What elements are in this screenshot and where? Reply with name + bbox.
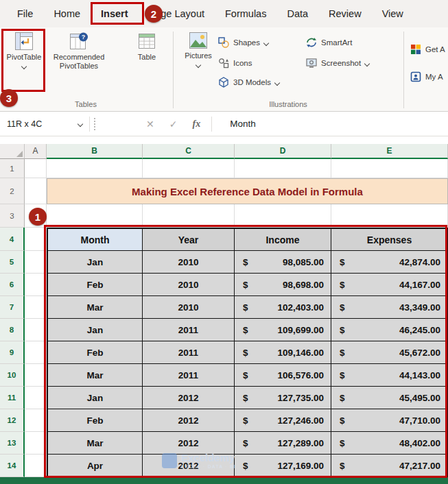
tab-file[interactable]: File — [7, 0, 43, 27]
cell-D3[interactable] — [235, 204, 331, 228]
column-header-C[interactable]: C — [143, 144, 235, 159]
cell-A14[interactable] — [25, 455, 47, 477]
row-header-4[interactable]: 4 — [0, 228, 25, 251]
insert-function-icon[interactable]: fx — [192, 119, 200, 130]
cell-expenses-row9[interactable]: $45,672.00 — [331, 341, 448, 364]
3d-models-button[interactable]: 3D Models — [218, 77, 279, 88]
cell-expenses-row7[interactable]: $43,349.00 — [331, 296, 448, 319]
cell-month-row7[interactable]: Mar — [47, 296, 143, 319]
cell-expenses-row6[interactable]: $44,167.00 — [331, 274, 448, 296]
name-box[interactable]: 11R x 4C — [0, 112, 89, 136]
cell-month-row11[interactable]: Jan — [47, 387, 143, 409]
cell-expenses-row8[interactable]: $46,245.00 — [331, 319, 448, 341]
cell-month-row8[interactable]: Jan — [47, 319, 143, 341]
tab-data[interactable]: Data — [276, 0, 318, 27]
cell-income-row9[interactable]: $109,146.00 — [235, 341, 331, 364]
cell-income-row8[interactable]: $109,699.00 — [235, 319, 331, 341]
worksheet-title-cell[interactable]: Making Excel Reference Data Model in For… — [47, 178, 448, 204]
cell-expenses-row13[interactable]: $48,402.00 — [331, 432, 448, 455]
table-header-year[interactable]: Year — [143, 228, 235, 251]
table-header-income[interactable]: Income — [235, 228, 331, 251]
pictures-button[interactable]: Pictures — [178, 32, 218, 67]
column-header-E[interactable]: E — [331, 144, 448, 159]
tab-view[interactable]: View — [372, 0, 414, 27]
my-add-ins-button[interactable]: My A — [410, 71, 443, 82]
row-header-11[interactable]: 11 — [0, 387, 25, 409]
row-header-3[interactable]: 3 — [0, 204, 25, 228]
cell-income-row7[interactable]: $102,403.00 — [235, 296, 331, 319]
cell-E3[interactable] — [331, 204, 448, 228]
cell-expenses-row10[interactable]: $44,143.00 — [331, 364, 448, 387]
cell-year-row13[interactable]: 2012 — [143, 432, 235, 455]
cell-A13[interactable] — [25, 432, 47, 455]
cell-expenses-row11[interactable]: $45,495.00 — [331, 387, 448, 409]
cell-income-row5[interactable]: $98,085.00 — [235, 251, 331, 274]
name-box-resize-handle[interactable] — [94, 118, 97, 130]
cell-year-row14[interactable]: 2012 — [143, 455, 235, 477]
cell-month-row10[interactable]: Mar — [47, 364, 143, 387]
row-header-10[interactable]: 10 — [0, 364, 25, 387]
shapes-button[interactable]: Shapes — [218, 37, 268, 48]
cell-month-row5[interactable]: Jan — [47, 251, 143, 274]
row-header-6[interactable]: 6 — [0, 274, 25, 296]
row-header-8[interactable]: 8 — [0, 319, 25, 341]
cell-B1[interactable] — [47, 159, 143, 178]
cell-year-row7[interactable]: 2010 — [143, 296, 235, 319]
cell-income-row13[interactable]: $127,289.00 — [235, 432, 331, 455]
cell-year-row12[interactable]: 2012 — [143, 409, 235, 432]
table-header-expenses[interactable]: Expenses — [331, 228, 448, 251]
table-header-month[interactable]: Month — [47, 228, 143, 251]
cell-income-row12[interactable]: $127,246.00 — [235, 409, 331, 432]
row-header-9[interactable]: 9 — [0, 341, 25, 364]
column-header-B[interactable]: B — [47, 144, 143, 159]
cell-A5[interactable] — [25, 251, 47, 274]
row-header-7[interactable]: 7 — [0, 296, 25, 319]
row-header-12[interactable]: 12 — [0, 409, 25, 432]
cell-income-row14[interactable]: $127,169.00 — [235, 455, 331, 477]
cell-year-row8[interactable]: 2011 — [143, 319, 235, 341]
cell-C3[interactable] — [143, 204, 235, 228]
chevron-down-icon[interactable] — [78, 121, 83, 127]
cell-E1[interactable] — [331, 159, 448, 178]
cell-year-row6[interactable]: 2010 — [143, 274, 235, 296]
pivottable-button[interactable]: PivotTable — [3, 32, 45, 69]
cell-year-row11[interactable]: 2012 — [143, 387, 235, 409]
tab-review[interactable]: Review — [318, 0, 372, 27]
column-header-A[interactable]: A — [25, 144, 47, 159]
cell-month-row9[interactable]: Feb — [47, 341, 143, 364]
cell-A10[interactable] — [25, 364, 47, 387]
column-header-D[interactable]: D — [235, 144, 331, 159]
icons-button[interactable]: Icons — [218, 58, 252, 69]
formula-input[interactable]: Month — [230, 119, 256, 129]
get-add-ins-button[interactable]: Get A — [410, 44, 445, 55]
row-header-14[interactable]: 14 — [0, 455, 25, 477]
cell-D1[interactable] — [235, 159, 331, 178]
cell-A1[interactable] — [25, 159, 47, 178]
row-header-13[interactable]: 13 — [0, 432, 25, 455]
cell-year-row9[interactable]: 2011 — [143, 341, 235, 364]
cancel-icon[interactable]: ✕ — [146, 119, 154, 130]
cell-A8[interactable] — [25, 319, 47, 341]
screenshot-button[interactable]: Screenshot — [306, 58, 369, 69]
tab-formulas[interactable]: Formulas — [215, 0, 276, 27]
cell-B3[interactable] — [47, 204, 143, 228]
cell-A11[interactable] — [25, 387, 47, 409]
cell-year-row10[interactable]: 2011 — [143, 364, 235, 387]
check-icon[interactable]: ✓ — [169, 119, 178, 130]
cell-month-row14[interactable]: Apr — [47, 455, 143, 477]
cell-income-row11[interactable]: $127,735.00 — [235, 387, 331, 409]
cell-A7[interactable] — [25, 296, 47, 319]
cell-expenses-row12[interactable]: $47,710.00 — [331, 409, 448, 432]
tab-home[interactable]: Home — [43, 0, 91, 27]
cell-A2[interactable] — [25, 178, 47, 204]
cell-income-row10[interactable]: $106,576.00 — [235, 364, 331, 387]
cell-month-row6[interactable]: Feb — [47, 274, 143, 296]
cell-A6[interactable] — [25, 274, 47, 296]
cell-A12[interactable] — [25, 409, 47, 432]
cell-year-row5[interactable]: 2010 — [143, 251, 235, 274]
select-all-button[interactable] — [0, 144, 25, 159]
cell-C1[interactable] — [143, 159, 235, 178]
cell-expenses-row14[interactable]: $47,217.00 — [331, 455, 448, 477]
cell-month-row12[interactable]: Feb — [47, 409, 143, 432]
cell-month-row13[interactable]: Mar — [47, 432, 143, 455]
